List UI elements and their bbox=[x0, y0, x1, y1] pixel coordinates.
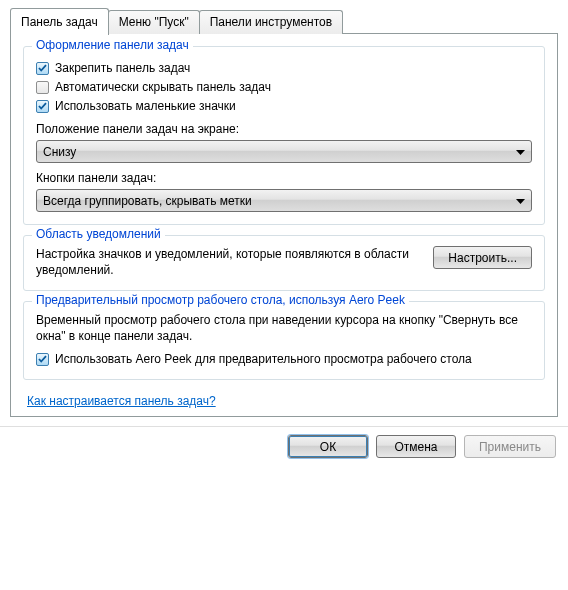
customize-button[interactable]: Настроить... bbox=[433, 246, 532, 269]
dialog-button-row: ОК Отмена Применить bbox=[10, 435, 558, 458]
checkbox-small-icons[interactable] bbox=[36, 100, 49, 113]
tab-toolbars[interactable]: Панели инструментов bbox=[199, 10, 343, 34]
tab-taskbar[interactable]: Панель задач bbox=[10, 8, 109, 35]
label-taskbar-buttons: Кнопки панели задач: bbox=[36, 171, 532, 185]
ok-button[interactable]: ОК bbox=[288, 435, 368, 458]
checkbox-lock-taskbar[interactable] bbox=[36, 62, 49, 75]
chevron-down-icon bbox=[516, 194, 525, 208]
chevron-down-icon bbox=[516, 145, 525, 159]
label-small-icons: Использовать маленькие значки bbox=[55, 99, 236, 114]
combo-value: Снизу bbox=[43, 145, 76, 159]
properties-window: { "tabs": { "taskbar": "Панель задач", "… bbox=[0, 0, 568, 590]
group-taskbar-appearance: Оформление панели задач Закрепить панель… bbox=[23, 46, 545, 225]
group-notification-area: Область уведомлений Настройка значков и … bbox=[23, 235, 545, 291]
label-autohide-taskbar: Автоматически скрывать панель задач bbox=[55, 80, 271, 95]
group-aero-peek: Предварительный просмотр рабочего стола,… bbox=[23, 301, 545, 380]
combo-taskbar-position[interactable]: Снизу bbox=[36, 140, 532, 163]
combo-value: Всегда группировать, скрывать метки bbox=[43, 194, 252, 208]
group-legend-notification: Область уведомлений bbox=[32, 227, 165, 241]
label-aero-peek: Использовать Aero Peek для предварительн… bbox=[55, 352, 472, 367]
tab-start-menu[interactable]: Меню "Пуск" bbox=[108, 10, 200, 34]
tab-strip: Панель задач Меню "Пуск" Панели инструме… bbox=[10, 8, 558, 34]
checkmark-icon bbox=[38, 102, 47, 111]
help-link-taskbar[interactable]: Как настраивается панель задач? bbox=[27, 394, 216, 408]
label-position: Положение панели задач на экране: bbox=[36, 122, 532, 136]
dialog-divider bbox=[0, 426, 568, 427]
group-legend-aero: Предварительный просмотр рабочего стола,… bbox=[32, 293, 409, 307]
checkmark-icon bbox=[38, 355, 47, 364]
notification-description: Настройка значков и уведомлений, которые… bbox=[36, 246, 423, 278]
label-lock-taskbar: Закрепить панель задач bbox=[55, 61, 190, 76]
checkbox-aero-peek[interactable] bbox=[36, 353, 49, 366]
cancel-button[interactable]: Отмена bbox=[376, 435, 456, 458]
checkmark-icon bbox=[38, 64, 47, 73]
combo-taskbar-buttons[interactable]: Всегда группировать, скрывать метки bbox=[36, 189, 532, 212]
apply-button[interactable]: Применить bbox=[464, 435, 556, 458]
group-legend-appearance: Оформление панели задач bbox=[32, 38, 193, 52]
tab-page-taskbar: Оформление панели задач Закрепить панель… bbox=[10, 33, 558, 417]
aero-description: Временный просмотр рабочего стола при на… bbox=[36, 312, 532, 344]
checkbox-autohide-taskbar[interactable] bbox=[36, 81, 49, 94]
